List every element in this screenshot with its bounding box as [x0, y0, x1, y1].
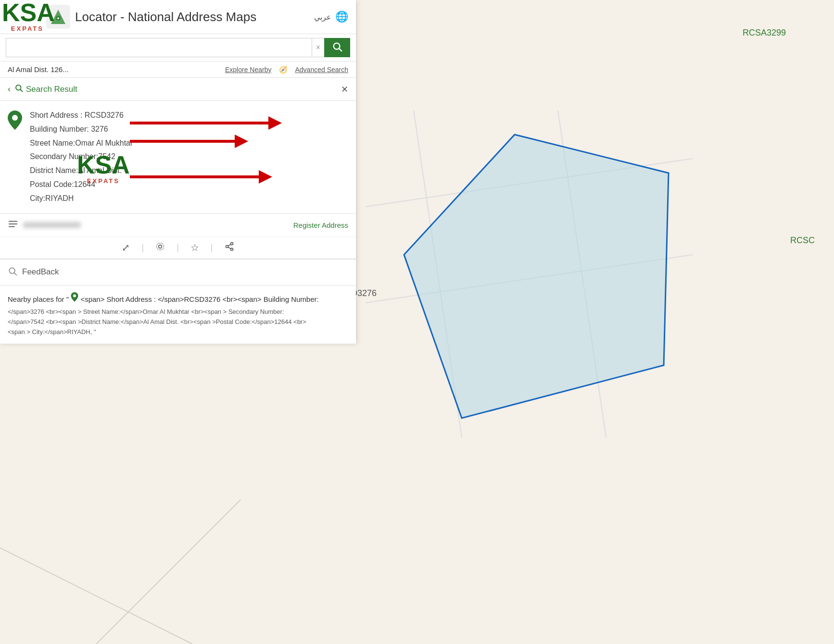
svg-line-22 — [228, 247, 231, 248]
result-header: ‹ Search Result ✕ — [0, 78, 356, 101]
result-wrapper: Short Address : RCSD3276 Building Number… — [0, 101, 356, 213]
street-name-value: Omar Al Mukhtar — [75, 139, 133, 147]
secondary-number-label: Secondary Number: — [30, 152, 98, 161]
svg-point-18 — [157, 243, 164, 250]
search-button[interactable] — [324, 38, 350, 57]
search-result-icon — [14, 84, 23, 95]
search-result-label: Search Result — [26, 85, 77, 94]
advanced-search-link[interactable]: Advanced Search — [295, 66, 348, 74]
street-name: Street Name:Omar Al Mukhtar — [30, 136, 348, 150]
explore-nearby-link[interactable]: Explore Nearby — [225, 66, 272, 74]
app-logo — [46, 5, 70, 29]
close-button[interactable]: ✕ — [341, 84, 348, 95]
svg-line-5 — [0, 548, 192, 644]
building-number-value: 3276 — [91, 125, 108, 133]
svg-point-11 — [57, 17, 59, 19]
icons-bar: ⤢ | | ☆ | — [0, 236, 356, 259]
search-icon — [332, 41, 342, 54]
map-roads — [0, 452, 834, 644]
postal-code-value: 12644 — [74, 180, 96, 188]
feedback-search-icon — [8, 266, 17, 278]
svg-point-17 — [159, 245, 162, 248]
district-name: District Name:Al Amal Dist. — [30, 164, 348, 178]
svg-line-23 — [228, 244, 231, 246]
logo-container — [46, 5, 70, 29]
map-polygon — [366, 111, 693, 437]
short-address-value: RCSD3276 — [85, 111, 124, 119]
nearby-title: Nearby places for " <span> Short Address… — [8, 292, 348, 306]
address-bar: Al Amal Dist. 126... Explore Nearby 🧭 Ad… — [0, 62, 356, 78]
back-button[interactable]: ‹ — [8, 84, 11, 94]
feedback-bar: FeedBack — [0, 259, 356, 285]
svg-marker-4 — [404, 135, 669, 418]
city: City:RIYADH — [30, 192, 348, 206]
building-number-label: Building Number: — [30, 125, 91, 133]
lang-label[interactable]: عربي — [314, 12, 331, 22]
svg-point-21 — [230, 248, 233, 250]
register-address-link[interactable]: Register Address — [293, 221, 348, 229]
globe-icon[interactable]: 🌐 — [335, 11, 348, 23]
search-clear-button[interactable]: × — [312, 38, 324, 57]
map-label-rcsc: RCSC — [790, 235, 815, 246]
district-label: District Name: — [30, 166, 78, 174]
blurred-content — [23, 222, 81, 228]
svg-point-20 — [226, 245, 228, 248]
nearby-content: </span>3276 <br><span > Street Name:</sp… — [8, 307, 348, 337]
svg-line-6 — [96, 500, 240, 644]
svg-line-25 — [14, 272, 17, 275]
city-value: RIYADH — [45, 194, 74, 202]
short-address-label: Short Address : — [30, 111, 85, 119]
result-content: Short Address : RCSD3276 Building Number… — [0, 101, 356, 213]
header: KSA EXPATS Locator - National Address Ma… — [0, 0, 356, 34]
clear-icon: × — [316, 43, 320, 52]
compass-icon: 🧭 — [279, 66, 287, 74]
district-value: Al Amal Dist. — [78, 166, 122, 174]
location-pin-icon — [8, 111, 22, 206]
svg-line-15 — [20, 89, 22, 91]
secondary-number: Secondary Number:7542 — [30, 150, 348, 164]
action-bar: Register Address — [0, 213, 356, 236]
nearby-section: Nearby places for " <span> Short Address… — [0, 285, 356, 344]
sidebar: KSA EXPATS Locator - National Address Ma… — [0, 0, 356, 344]
svg-point-19 — [230, 242, 233, 245]
address-details: Short Address : RCSD3276 Building Number… — [30, 109, 348, 206]
star-icon[interactable]: ☆ — [190, 242, 199, 253]
short-address: Short Address : RCSD3276 — [30, 109, 348, 123]
result-panel: ‹ Search Result ✕ — [0, 78, 356, 259]
svg-line-13 — [339, 49, 341, 51]
lang-controls: عربي 🌐 — [314, 11, 348, 23]
postal-code-label: Postal Code: — [30, 180, 74, 188]
share-icon[interactable] — [225, 242, 234, 254]
secondary-number-value: 7542 — [98, 152, 115, 161]
move-icon[interactable]: ⤢ — [122, 242, 130, 253]
app-title: Locator - National Address Maps — [75, 10, 256, 25]
map-label-rcsa: RCSA3299 — [743, 28, 786, 38]
current-address: Al Amal Dist. 126... — [8, 65, 69, 74]
location-icon[interactable] — [155, 242, 165, 254]
svg-point-16 — [12, 115, 18, 121]
route-icon[interactable] — [8, 219, 18, 232]
svg-point-26 — [73, 294, 76, 297]
building-number: Building Number: 3276 — [30, 123, 348, 136]
feedback-label[interactable]: FeedBack — [22, 267, 59, 277]
street-name-label: Street Name: — [30, 139, 75, 147]
address-links: Explore Nearby 🧭 Advanced Search — [225, 66, 348, 74]
nearby-pin-icon — [71, 295, 80, 303]
search-bar: × — [0, 34, 356, 62]
postal-code: Postal Code:12644 — [30, 178, 348, 192]
search-input[interactable] — [6, 38, 312, 57]
city-label: City: — [30, 194, 45, 202]
nearby-prefix: Nearby places for " — [8, 295, 69, 303]
